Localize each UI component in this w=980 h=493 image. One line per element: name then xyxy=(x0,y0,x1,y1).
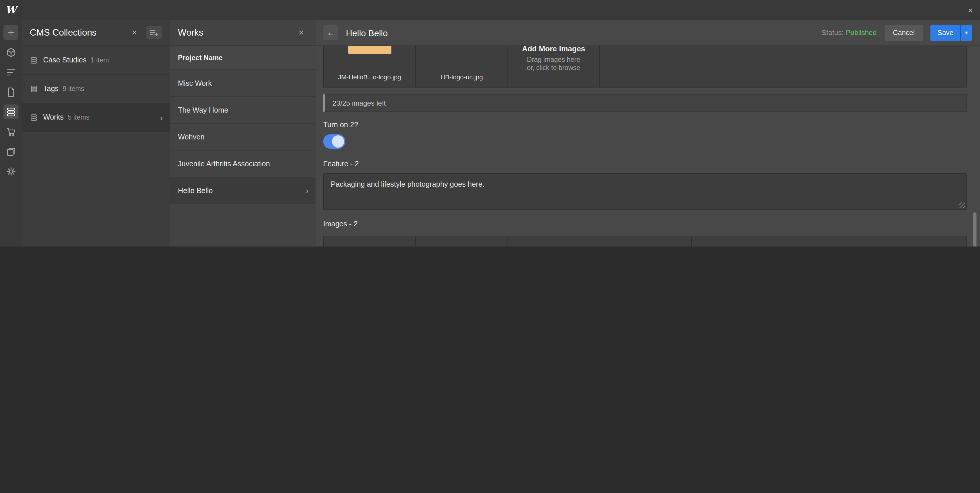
navigator-button[interactable] xyxy=(3,65,18,80)
cms-collections-button[interactable] xyxy=(3,105,18,119)
images-2-grid: JMCO-web-...toilet.jpg xyxy=(323,236,967,247)
works-panel-title: Works xyxy=(178,27,203,38)
feature-2-field-wrap: Packaging and lifestyle photography goes… xyxy=(323,173,967,210)
works-panel-close-icon[interactable]: × xyxy=(295,27,307,38)
collection-row-works[interactable]: Works 5 items › xyxy=(22,103,170,132)
collection-row-case-studies[interactable]: Case Studies 1 item xyxy=(22,46,170,75)
chevron-right-icon: › xyxy=(305,186,309,195)
gear-icon xyxy=(6,166,16,177)
item-row-wohven[interactable]: Wohven xyxy=(170,124,316,151)
ecommerce-button[interactable] xyxy=(3,124,18,139)
symbols-button[interactable] xyxy=(3,45,18,59)
grid-empty-area xyxy=(600,46,966,87)
webflow-designer-window: × W xyxy=(0,0,980,247)
item-label: The Way Home xyxy=(178,106,228,114)
collection-stack-icon xyxy=(30,85,38,92)
image-filename: JM-HelloB...o-logo.jpg xyxy=(324,73,415,81)
item-row-hello-bello[interactable]: Hello Bello › xyxy=(170,177,316,204)
top-bar: × xyxy=(22,0,980,21)
editor-scroll-area[interactable]: JM-HelloB...o-logo.jpg HB-logo-uc.jpg Ad… xyxy=(316,46,980,247)
item-label: Wohven xyxy=(178,133,204,141)
cms-panel-title: CMS Collections xyxy=(30,27,97,38)
list-lines-icon xyxy=(6,67,16,77)
collection-label: Case Studies xyxy=(43,56,87,64)
item-row-the-way-home[interactable]: The Way Home xyxy=(170,97,316,124)
collection-label: Tags xyxy=(43,84,59,93)
add-elements-button[interactable] xyxy=(3,25,18,40)
plus-icon xyxy=(6,28,16,37)
editor-title: Hello Bello xyxy=(346,28,388,38)
add-more-images-dropzone[interactable]: Add More Images Drag images here or, cli… xyxy=(508,46,600,87)
image-cell[interactable]: JM-HelloB...-cream.jpg xyxy=(508,236,600,247)
add-collection-button[interactable] xyxy=(146,26,162,39)
image-cell[interactable]: HB-logo-uc.jpg xyxy=(416,46,508,87)
item-row-juvenile-arthritis[interactable]: Juvenile Arthritis Association xyxy=(170,151,316,177)
column-header-project-name: Project Name xyxy=(170,46,316,70)
asset-stack-icon xyxy=(6,146,16,157)
add-collection-icon xyxy=(150,29,159,37)
webflow-logo: W xyxy=(5,0,16,20)
status-text: Status:Published xyxy=(822,29,877,37)
collection-row-tags[interactable]: Tags 9 items xyxy=(22,75,170,103)
save-button[interactable]: Save ▾ xyxy=(931,25,972,41)
collection-count: 5 items xyxy=(68,114,89,121)
item-label: Misc Work xyxy=(178,79,212,87)
back-button[interactable]: ← xyxy=(323,25,338,40)
cube-icon xyxy=(6,47,16,57)
cart-icon xyxy=(6,126,16,137)
image-filename: HB-logo-uc.jpg xyxy=(416,73,508,81)
feature-2-textarea[interactable]: Packaging and lifestyle photography goes… xyxy=(323,173,967,210)
cms-collections-panel: CMS Collections × Case Studies 1 item Ta… xyxy=(22,20,170,247)
chevron-right-icon: › xyxy=(160,113,163,122)
collection-stack-icon xyxy=(30,56,38,64)
settings-button[interactable] xyxy=(3,164,18,178)
status-label: Status: xyxy=(822,29,843,37)
image-thumbnail xyxy=(348,46,391,54)
collection-count: 1 item xyxy=(91,57,109,64)
database-stack-icon xyxy=(6,107,16,117)
status-badge: Published xyxy=(846,29,877,37)
window-close-icon[interactable]: × xyxy=(968,0,973,20)
images-2-label: Images - 2 xyxy=(323,220,358,228)
image-cell[interactable]: JM-HelloB...o-logo.jpg xyxy=(324,46,416,87)
toggle-2-label: Turn on 2? xyxy=(323,121,358,129)
grid-empty-area xyxy=(692,236,966,247)
drag-hint: Drag images here xyxy=(527,56,581,63)
image-cell[interactable]: JMCO-web-...toilet.jpg xyxy=(324,236,416,247)
add-more-images-dropzone[interactable]: Add More Images Drag images here or, cli… xyxy=(600,236,692,247)
scrollbar-thumb[interactable] xyxy=(973,212,977,247)
resize-grip-icon[interactable] xyxy=(959,202,965,208)
images-1-counter: 23/25 images left xyxy=(323,94,967,112)
page-icon xyxy=(6,87,16,97)
works-panel-header: Works × xyxy=(170,20,316,46)
works-collection-panel: Works × Project Name Misc Work The Way H… xyxy=(170,20,316,247)
save-label[interactable]: Save xyxy=(931,29,961,37)
collection-stack-icon xyxy=(30,113,38,121)
toggle-2-switch[interactable] xyxy=(323,134,345,149)
toggle-knob xyxy=(332,135,344,148)
image-cell[interactable]: JM-HelloB...drawer.jpg xyxy=(416,236,508,247)
item-row-misc-work[interactable]: Misc Work xyxy=(170,70,316,97)
left-toolbar: W xyxy=(0,0,22,247)
cancel-button[interactable]: Cancel xyxy=(885,25,923,41)
editor-header: ← Hello Bello Status:Published Cancel Sa… xyxy=(316,20,980,46)
pages-button[interactable] xyxy=(3,84,18,99)
cms-panel-header: CMS Collections × xyxy=(22,20,170,46)
feature-2-label: Feature - 2 xyxy=(323,160,359,168)
item-label: Juvenile Arthritis Association xyxy=(178,159,270,168)
item-label: Hello Bello xyxy=(178,186,213,194)
assets-button[interactable] xyxy=(3,144,18,159)
collection-label: Works xyxy=(43,113,64,121)
add-more-images-title: Add More Images xyxy=(522,46,585,53)
collection-count: 9 items xyxy=(63,85,84,92)
cms-panel-close-icon[interactable]: × xyxy=(128,27,141,38)
browse-hint: or, click to browse xyxy=(527,64,581,71)
images-1-grid: JM-HelloB...o-logo.jpg HB-logo-uc.jpg Ad… xyxy=(323,46,967,87)
item-editor: ← Hello Bello Status:Published Cancel Sa… xyxy=(316,20,980,247)
save-menu-caret-icon[interactable]: ▾ xyxy=(961,25,972,41)
